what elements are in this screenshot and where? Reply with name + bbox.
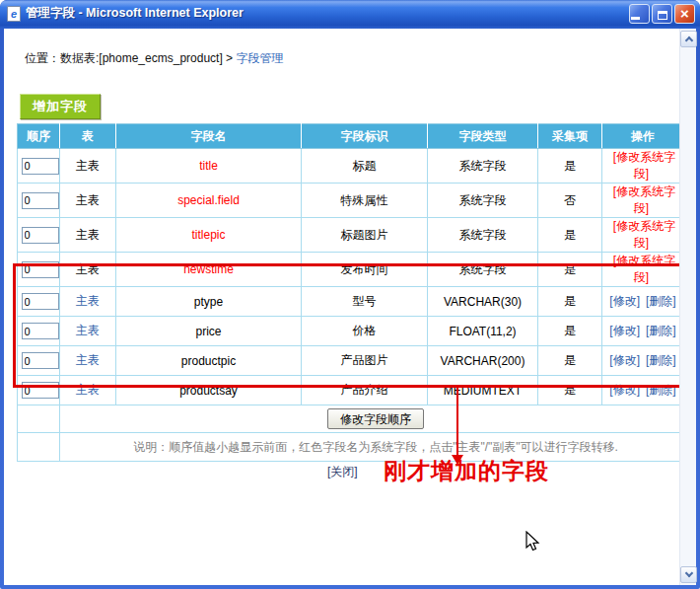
- field-type-cell: 系统字段: [428, 218, 538, 253]
- table-cell: 主表: [60, 218, 116, 253]
- maximize-button[interactable]: [652, 4, 672, 24]
- order-cell: [18, 346, 60, 376]
- field-type-cell: MEDIUMTEXT: [428, 376, 538, 405]
- field-type-cell: 系统字段: [428, 184, 538, 218]
- scroll-down-button[interactable]: [680, 566, 697, 583]
- field-label-cell: 型号: [302, 287, 428, 317]
- table-transfer-link[interactable]: 主表: [76, 353, 100, 367]
- table-note: 说明：顺序值越小越显示前面，红色字段名为系统字段，点击"主表"/"副表"可以进行…: [133, 440, 618, 454]
- table-cell: 主表: [60, 149, 116, 184]
- collect-flag-cell: 是: [538, 346, 602, 376]
- column-header: 采集项: [538, 124, 602, 149]
- modify-field-link[interactable]: [修改]: [609, 324, 640, 337]
- operations-cell: [修改][删除]: [602, 346, 680, 376]
- empty-cell: [18, 433, 60, 462]
- browser-window: e 管理字段 - Microsoft Internet Explorer × 位…: [0, 0, 700, 589]
- window-title: 管理字段 - Microsoft Internet Explorer: [26, 5, 629, 22]
- field-type-cell: VARCHAR(200): [428, 346, 538, 376]
- collect-flag-cell: 是: [538, 149, 602, 184]
- collect-flag-cell: 是: [538, 287, 602, 317]
- field-name-cell: productsay: [116, 376, 302, 405]
- minimize-icon: [631, 17, 640, 20]
- field-label-cell: 特殊属性: [302, 184, 428, 218]
- close-page-link[interactable]: [关闭]: [327, 464, 358, 480]
- window-controls: ×: [629, 4, 695, 24]
- column-header: 字段名: [116, 124, 302, 149]
- collect-flag-cell: 是: [538, 218, 602, 253]
- order-input[interactable]: [22, 323, 59, 339]
- scroll-up-button[interactable]: [680, 31, 697, 47]
- field-name-label: price: [195, 325, 221, 338]
- ie-page-icon: e: [7, 6, 21, 22]
- table-transfer-link[interactable]: 主表: [76, 324, 100, 337]
- modify-system-field-link[interactable]: [修改系统字段]: [613, 254, 675, 284]
- column-header: 顺序: [18, 124, 60, 149]
- field-type-cell: VARCHAR(30): [428, 287, 538, 317]
- order-input[interactable]: [22, 352, 59, 369]
- modify-system-field-link[interactable]: [修改系统字段]: [613, 184, 675, 215]
- field-type-cell: 系统字段: [428, 253, 538, 287]
- order-cell: [18, 376, 60, 405]
- reorder-fields-button[interactable]: 修改字段顺序: [327, 408, 424, 429]
- field-name-label: special.field: [177, 193, 240, 207]
- annotation-text: 刚才增加的字段: [384, 456, 549, 486]
- modify-system-field-link[interactable]: [修改系统字段]: [613, 219, 675, 250]
- operations-cell: [修改][删除]: [602, 287, 680, 317]
- field-name-cell: ptype: [116, 287, 302, 317]
- order-input[interactable]: [22, 293, 59, 310]
- order-input[interactable]: [22, 227, 59, 244]
- table-cell: 主表: [60, 253, 116, 287]
- breadcrumb-prefix: 位置：数据表:[phome_ecms_product] >: [25, 51, 236, 65]
- field-name-cell: price: [116, 317, 302, 346]
- close-button[interactable]: ×: [674, 4, 695, 24]
- table-transfer-link[interactable]: 主表: [76, 383, 100, 397]
- order-cell: [18, 184, 60, 218]
- column-header: 字段类型: [428, 124, 538, 149]
- order-input[interactable]: [22, 382, 59, 399]
- order-cell: [18, 287, 60, 317]
- breadcrumb-link-field-manage[interactable]: 字段管理: [236, 51, 283, 65]
- table-transfer-link[interactable]: 主表: [76, 294, 100, 308]
- delete-field-link[interactable]: [删除]: [646, 353, 676, 367]
- breadcrumb: 位置：数据表:[phome_ecms_product] > 字段管理: [25, 50, 283, 67]
- field-name-label: productsay: [179, 384, 238, 398]
- field-label-cell: 产品介绍: [302, 376, 428, 405]
- delete-field-link[interactable]: [删除]: [646, 383, 676, 397]
- field-name-cell: newstime: [116, 253, 302, 287]
- table-name-label: 主表: [76, 262, 100, 276]
- table-cell: 主表: [60, 287, 116, 317]
- add-field-button[interactable]: 增加字段: [20, 94, 101, 119]
- modify-system-field-link[interactable]: [修改系统字段]: [613, 150, 675, 181]
- title-bar: e 管理字段 - Microsoft Internet Explorer ×: [0, 0, 700, 29]
- field-type-cell: 系统字段: [428, 149, 538, 184]
- table-cell: 主表: [60, 346, 116, 376]
- modify-field-link[interactable]: [修改]: [609, 294, 640, 308]
- field-label-cell: 发布时间: [302, 253, 428, 287]
- field-name-cell: title: [116, 149, 302, 184]
- minimize-button[interactable]: [629, 4, 650, 24]
- table-row: 主表special.field特殊属性系统字段否[修改系统字段]: [18, 184, 680, 218]
- table-row: 主表productpic产品图片VARCHAR(200)是[修改][删除]: [18, 346, 680, 376]
- table-header-row: 顺序表字段名字段标识字段类型采集项操作: [18, 124, 680, 149]
- delete-field-link[interactable]: [删除]: [646, 294, 676, 308]
- field-table-body: 主表title标题系统字段是[修改系统字段]主表special.field特殊属…: [18, 149, 680, 405]
- field-label-cell: 价格: [302, 317, 428, 346]
- order-input[interactable]: [22, 261, 59, 278]
- chevron-up-icon: [684, 37, 692, 44]
- chevron-down-icon: [684, 569, 692, 577]
- vertical-scrollbar[interactable]: [679, 29, 696, 585]
- modify-field-link[interactable]: [修改]: [609, 353, 640, 367]
- field-name-cell: special.field: [116, 184, 302, 218]
- note-row: 说明：顺序值越小越显示前面，红色字段名为系统字段，点击"主表"/"副表"可以进行…: [18, 433, 680, 462]
- delete-field-link[interactable]: [删除]: [646, 324, 676, 337]
- column-header: 表: [60, 124, 116, 149]
- field-name-label: title: [199, 159, 218, 173]
- field-name-label: ptype: [194, 295, 223, 309]
- field-name-label: productpic: [181, 354, 236, 368]
- collect-flag-cell: 是: [538, 317, 602, 346]
- collect-flag-cell: 是: [538, 376, 602, 405]
- modify-field-link[interactable]: [修改]: [609, 383, 640, 397]
- order-input[interactable]: [22, 158, 59, 175]
- order-input[interactable]: [22, 192, 59, 209]
- field-label-cell: 产品图片: [302, 346, 428, 376]
